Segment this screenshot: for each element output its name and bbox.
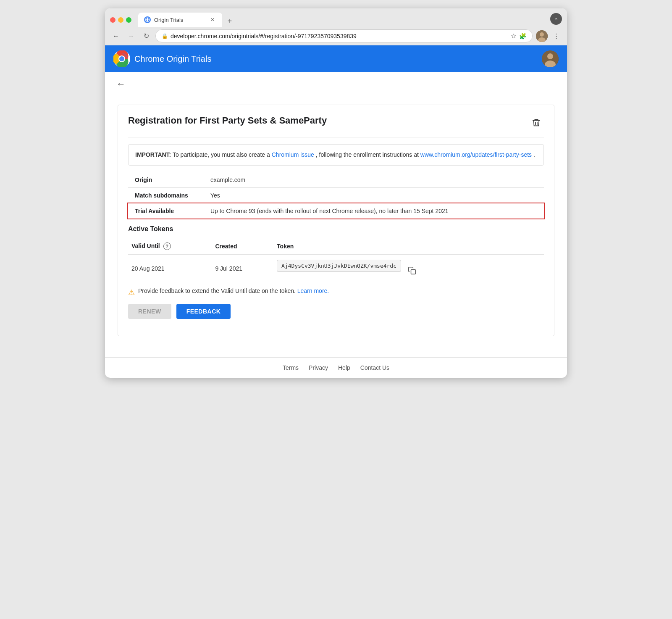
chrome-logo-icon (113, 50, 130, 67)
valid-until-help-icon[interactable]: ? (163, 242, 171, 250)
tabs-area: Origin Trials ✕ + (138, 13, 547, 27)
notice-text3: . (533, 151, 535, 158)
chromium-updates-link[interactable]: www.chromium.org/updates/first-party-set… (420, 151, 532, 158)
active-tokens-title: Active Tokens (128, 225, 544, 233)
card-title: Registration for First Party Sets & Same… (128, 115, 327, 126)
star-icon[interactable]: ☆ (511, 32, 517, 40)
match-subdomains-label: Match subdomains (128, 188, 204, 203)
forward-nav-button[interactable]: → (125, 30, 137, 42)
footer-help-link[interactable]: Help (338, 364, 350, 371)
active-tokens-section: Active Tokens Valid Until ? Created Toke… (128, 225, 544, 319)
feedback-notice: ⚠ Provide feedback to extend the Valid U… (128, 287, 544, 297)
new-tab-button[interactable]: + (224, 15, 236, 27)
back-bar: ← (105, 72, 567, 96)
footer-privacy-link[interactable]: Privacy (309, 364, 328, 371)
chrome-logo-area: Chrome Origin Trials (113, 50, 211, 67)
learn-more-link[interactable]: Learn more. (297, 287, 329, 294)
notice-text1: To participate, you must also create a (173, 151, 272, 158)
tab-favicon (144, 16, 151, 23)
chrome-header-title: Chrome Origin Trials (134, 54, 211, 64)
card-header: Registration for First Party Sets & Same… (128, 115, 544, 137)
url-text: developer.chrome.com/origintrials/#/regi… (171, 33, 508, 40)
extension-icon[interactable]: 🧩 (519, 33, 526, 40)
action-buttons: RENEW FEEDBACK (128, 304, 544, 319)
delete-button[interactable] (529, 115, 544, 130)
page-back-button[interactable]: ← (113, 76, 129, 92)
created-header: Created (212, 238, 273, 255)
token-created: 9 Jul 2021 (212, 255, 273, 282)
user-avatar[interactable] (536, 30, 548, 42)
tab-close-button[interactable]: ✕ (209, 16, 216, 24)
footer-terms-link[interactable]: Terms (283, 364, 299, 371)
header-avatar[interactable] (542, 50, 559, 67)
tab-title: Origin Trials (154, 17, 205, 23)
renew-button[interactable]: RENEW (128, 304, 171, 319)
registration-card: Registration for First Party Sets & Same… (118, 105, 554, 336)
main-content: Registration for First Party Sets & Same… (105, 96, 567, 353)
active-tab[interactable]: Origin Trials ✕ (138, 13, 222, 27)
menu-dots-button[interactable]: ⋮ (550, 30, 562, 42)
chromium-issue-link[interactable]: Chromium issue (272, 151, 314, 158)
feedback-text: Provide feedback to extend the Valid Unt… (138, 287, 329, 294)
feedback-button[interactable]: FEEDBACK (176, 304, 231, 319)
url-bar[interactable]: 🔒 developer.chrome.com/origintrials/#/re… (155, 29, 533, 42)
match-subdomains-value: Yes (204, 188, 544, 203)
browser-window: Origin Trials ✕ + ← → ↻ 🔒 developer.chro… (105, 8, 567, 378)
footer-links: Terms Privacy Help Contact Us (112, 364, 560, 371)
origin-row: Origin example.com (128, 172, 544, 188)
tokens-header-row: Valid Until ? Created Token (128, 238, 544, 255)
traffic-lights (110, 17, 131, 23)
token-value-cell: Aj4DysCv3VjknU3jJvkDEwnQZK/vmse4rdc (273, 255, 544, 282)
notice-text2: , following the enrollment instructions … (316, 151, 420, 158)
lock-icon: 🔒 (162, 33, 168, 39)
origin-value: example.com (204, 172, 544, 188)
tokens-table: Valid Until ? Created Token 20 Aug 2021 … (128, 238, 544, 282)
trial-available-label: Trial Available (128, 203, 204, 219)
minimize-button[interactable] (118, 17, 123, 23)
notice-bold: IMPORTANT: (135, 151, 171, 158)
valid-until-header: Valid Until ? (128, 238, 212, 255)
window-controls (550, 13, 562, 26)
copy-token-button[interactable] (405, 264, 419, 277)
token-row: 20 Aug 2021 9 Jul 2021 Aj4DysCv3VjknU3jJ… (128, 255, 544, 282)
info-table: Origin example.com Match subdomains Yes … (128, 172, 544, 219)
refresh-button[interactable]: ↻ (140, 30, 152, 42)
svg-point-3 (540, 32, 544, 37)
maximize-button[interactable] (126, 17, 131, 23)
window-menu-button[interactable] (550, 13, 562, 25)
token-text: Aj4DysCv3VjknU3jJvkDEwnQZK/vmse4rdc (277, 260, 401, 272)
trial-available-value: Up to Chrome 93 (ends with the rollout o… (204, 203, 544, 219)
close-button[interactable] (110, 17, 116, 23)
warning-icon: ⚠ (128, 288, 135, 297)
important-notice: IMPORTANT: To participate, you must also… (128, 144, 544, 166)
token-header: Token (273, 238, 544, 255)
footer: Terms Privacy Help Contact Us (105, 357, 567, 378)
trial-available-row: Trial Available Up to Chrome 93 (ends wi… (128, 203, 544, 219)
title-bar: Origin Trials ✕ + (105, 8, 567, 27)
address-actions: ⋮ (536, 30, 562, 42)
footer-contact-link[interactable]: Contact Us (360, 364, 389, 371)
chrome-app-header: Chrome Origin Trials (105, 45, 567, 72)
token-valid-until: 20 Aug 2021 (128, 255, 212, 282)
svg-rect-13 (411, 269, 415, 274)
svg-point-7 (119, 56, 124, 61)
svg-point-9 (547, 53, 553, 59)
match-subdomains-row: Match subdomains Yes (128, 188, 544, 203)
origin-label: Origin (128, 172, 204, 188)
address-bar: ← → ↻ 🔒 developer.chrome.com/origintrial… (105, 27, 567, 45)
back-nav-button[interactable]: ← (110, 30, 122, 42)
